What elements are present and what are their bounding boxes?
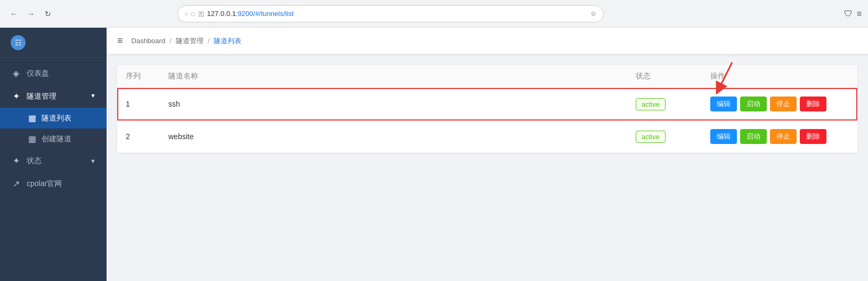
url-text: 127.0.0.1:9200/#/tunnels/list <box>207 10 588 18</box>
hamburger-icon[interactable]: ≡ <box>117 35 123 46</box>
breadcrumb-sep-2: / <box>208 37 210 45</box>
app-layout: ☷ ◈ 仪表盘 ✦ 隧道管理 ▲ ▦ 隧道列表 <box>0 28 868 281</box>
security-icon: ○ <box>184 11 188 17</box>
back-button[interactable]: ← <box>6 6 21 21</box>
tunnel-table: 序列 隧道名称 状态 操作 1 ssh active 编辑 启动 停止 <box>117 65 857 152</box>
row-2-index: 2 <box>126 132 168 141</box>
row-1-delete-button[interactable]: 删除 <box>800 97 826 111</box>
create-tunnel-icon: ▦ <box>27 134 37 144</box>
content-area: 序列 隧道名称 状态 操作 1 ssh active 编辑 启动 停止 <box>107 54 868 281</box>
sidebar-status-label: 状态 <box>27 156 42 166</box>
url-path: :9200/#/tunnels/list <box>236 10 294 18</box>
row-1-index: 1 <box>126 100 168 108</box>
row-1-start-button[interactable]: 启动 <box>740 97 767 111</box>
row-2-name: website <box>168 132 636 141</box>
key-icon: ⚿ <box>198 11 204 17</box>
col-header-status: 状态 <box>636 71 710 81</box>
table-row: 1 ssh active 编辑 启动 停止 删除 <box>117 88 857 121</box>
breadcrumb-tunnel-mgmt[interactable]: 隧道管理 <box>176 36 204 46</box>
menu-icon[interactable]: ≡ <box>857 9 862 19</box>
table-row: 2 website active 编辑 启动 停止 删除 <box>117 121 857 152</box>
row-1-stop-button[interactable]: 停止 <box>770 97 797 111</box>
status-icon: ✦ <box>11 156 21 166</box>
row-2-stop-button[interactable]: 停止 <box>770 129 797 144</box>
logo-icon: ☷ <box>11 35 26 50</box>
row-2-actions: 编辑 启动 停止 删除 <box>710 129 849 144</box>
url-base: 127.0.0.1 <box>207 10 236 18</box>
address-bar[interactable]: ○ □ ⚿ 127.0.0.1:9200/#/tunnels/list ☆ <box>177 5 604 22</box>
nav-buttons: ← → ↻ <box>6 6 55 21</box>
main-content: ≡ Dashboard / 隧道管理 / 隧道列表 <box>107 28 868 281</box>
sidebar-menu: ◈ 仪表盘 ✦ 隧道管理 ▲ ▦ 隧道列表 ▦ 创建隧道 <box>0 58 107 281</box>
sidebar-logo: ☷ <box>0 28 107 58</box>
breadcrumb-bar: ≡ Dashboard / 隧道管理 / 隧道列表 <box>107 28 868 54</box>
sidebar-item-dashboard-label: 仪表盘 <box>27 69 49 78</box>
breadcrumb-tunnel-list: 隧道列表 <box>214 36 241 46</box>
tunnel-mgmt-icon: ✦ <box>11 91 21 101</box>
forward-button[interactable]: → <box>23 6 38 21</box>
row-1-status-cell: active <box>636 98 710 110</box>
col-header-name: 隧道名称 <box>168 71 636 81</box>
sidebar-item-cpolar[interactable]: ↗ cpolar官网 <box>0 172 107 195</box>
breadcrumb-sep-1: / <box>169 37 172 45</box>
row-1-name: ssh <box>168 100 636 108</box>
row-1-edit-button[interactable]: 编辑 <box>710 97 737 111</box>
sidebar-group-tunnel[interactable]: ✦ 隧道管理 ▲ <box>0 85 107 108</box>
tunnel-list-icon: ▦ <box>27 113 37 123</box>
cpolar-icon: ↗ <box>11 179 21 189</box>
sidebar-item-tunnel-list[interactable]: ▦ 隧道列表 <box>0 108 107 129</box>
status-chevron: ▼ <box>90 158 96 164</box>
sidebar-group-status[interactable]: ✦ 状态 ▼ <box>0 149 107 172</box>
row-2-delete-button[interactable]: 删除 <box>800 129 826 144</box>
browser-chrome: ← → ↻ ○ □ ⚿ 127.0.0.1:9200/#/tunnels/lis… <box>0 0 868 28</box>
page-icon: □ <box>191 11 195 17</box>
sidebar-cpolar-label: cpolar官网 <box>27 179 62 189</box>
row-2-edit-button[interactable]: 编辑 <box>710 129 737 144</box>
address-bar-area: ○ □ ⚿ 127.0.0.1:9200/#/tunnels/list ☆ <box>177 5 604 22</box>
col-header-actions: 操作 <box>710 71 849 81</box>
col-header-index: 序列 <box>126 71 168 81</box>
sidebar: ☷ ◈ 仪表盘 ✦ 隧道管理 ▲ ▦ 隧道列表 <box>0 28 107 281</box>
status-badge: active <box>636 98 666 110</box>
refresh-button[interactable]: ↻ <box>40 6 55 21</box>
sidebar-tunnel-mgmt-label: 隧道管理 <box>27 92 56 101</box>
shield-icon: 🛡 <box>844 9 853 19</box>
breadcrumb-dashboard[interactable]: Dashboard <box>132 37 166 45</box>
sidebar-tunnel-list-label: 隧道列表 <box>42 114 71 123</box>
row-1-actions: 编辑 启动 停止 删除 <box>710 97 849 111</box>
sidebar-create-tunnel-label: 创建隧道 <box>42 134 71 144</box>
tunnel-mgmt-chevron: ▲ <box>90 93 96 100</box>
dashboard-icon: ◈ <box>11 68 21 78</box>
row-2-status-cell: active <box>636 131 710 143</box>
browser-toolbar: 🛡 ≡ <box>844 9 862 19</box>
sidebar-item-create-tunnel[interactable]: ▦ 创建隧道 <box>0 129 107 149</box>
table-header: 序列 隧道名称 状态 操作 <box>117 65 857 88</box>
row-2-start-button[interactable]: 启动 <box>740 129 767 144</box>
bookmark-icon[interactable]: ☆ <box>590 10 597 18</box>
sidebar-item-dashboard[interactable]: ◈ 仪表盘 <box>0 62 107 85</box>
status-badge: active <box>636 131 666 143</box>
